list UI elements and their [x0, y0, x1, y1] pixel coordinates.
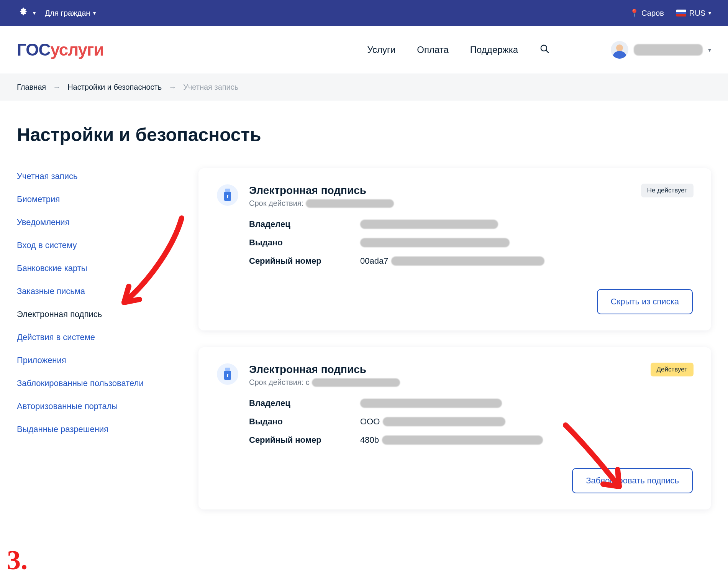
city-label: Саров: [641, 9, 664, 18]
chevron-right-icon: →: [53, 83, 61, 92]
svg-rect-9: [227, 375, 228, 377]
chevron-down-icon: ▾: [708, 46, 711, 54]
signature-card-inactive: Не действует Электронная подпись Срок де…: [198, 168, 711, 330]
gov-bar: ▾ Для граждан ▾ 📍 Саров RUS ▾: [0, 0, 728, 26]
validity-label: Срок действия:: [249, 199, 303, 208]
location-pin-icon: 📍: [630, 8, 639, 18]
coat-of-arms-icon: [17, 7, 30, 20]
site-logo[interactable]: госуслуги: [17, 40, 103, 59]
serial-prefix: 00ada7: [360, 256, 388, 266]
status-badge: Не действует: [641, 184, 694, 197]
audience-label: Для граждан: [45, 9, 90, 18]
crumb-current: Учетная запись: [183, 83, 238, 92]
page-title: Настройки и безопасность: [0, 100, 728, 145]
chevron-down-icon: ▾: [33, 10, 36, 16]
issued-prefix: ООО: [360, 417, 380, 427]
serial-prefix: 480b: [360, 435, 379, 445]
nav-payment[interactable]: Оплата: [417, 44, 449, 55]
card-title: Электронная подпись: [249, 184, 394, 197]
nav-support[interactable]: Поддержка: [470, 44, 518, 55]
breadcrumb: Главная → Настройки и безопасность → Уче…: [0, 74, 728, 100]
serial-label: Серийный номер: [249, 435, 345, 445]
redacted-serial: [391, 256, 544, 266]
sidebar-item-apps[interactable]: Приложения: [17, 355, 178, 365]
status-badge: Действует: [651, 363, 694, 376]
redacted-serial: [382, 435, 543, 445]
sidebar-item-biometrics[interactable]: Биометрия: [17, 194, 178, 204]
audience-selector[interactable]: Для граждан ▾: [45, 9, 96, 18]
usb-token-icon: [217, 184, 238, 206]
lang-label: RUS: [689, 9, 705, 18]
sidebar-item-blocked-users[interactable]: Заблокированные пользователи: [17, 378, 178, 388]
redacted-owner: [360, 220, 498, 229]
crumb-settings[interactable]: Настройки и безопасность: [67, 83, 162, 92]
emblem-menu[interactable]: ▾: [17, 7, 36, 20]
redacted-issuer: [360, 238, 510, 247]
chevron-right-icon: →: [169, 83, 176, 92]
redacted-validity: [306, 199, 394, 208]
site-header: госуслуги Услуги Оплата Поддержка ▾: [0, 26, 728, 74]
issued-label: Выдано: [249, 417, 345, 427]
chevron-down-icon: ▾: [93, 10, 96, 16]
sidebar-item-cards[interactable]: Банковские карты: [17, 263, 178, 273]
chevron-down-icon: ▾: [708, 10, 711, 16]
sidebar-item-notifications[interactable]: Уведомления: [17, 217, 178, 227]
validity-label: Срок действия: с: [249, 378, 310, 387]
issued-label: Выдано: [249, 238, 345, 248]
serial-label: Серийный номер: [249, 256, 345, 266]
settings-sidebar: Учетная запись Биометрия Уведомления Вхо…: [17, 168, 178, 434]
redacted-validity: [312, 378, 400, 387]
sidebar-item-account[interactable]: Учетная запись: [17, 171, 178, 181]
svg-line-1: [546, 50, 549, 53]
nav-services[interactable]: Услуги: [367, 44, 395, 55]
svg-point-0: [541, 45, 547, 51]
signature-card-active: Действует Электронная подпись Срок дейст…: [198, 347, 711, 509]
city-selector[interactable]: 📍 Саров: [630, 8, 664, 18]
language-selector[interactable]: RUS ▾: [676, 9, 711, 18]
svg-rect-6: [225, 368, 230, 371]
search-button[interactable]: [539, 44, 549, 56]
usb-token-icon: [217, 363, 238, 385]
flag-ru-icon: [676, 10, 686, 16]
crumb-home[interactable]: Главная: [17, 83, 46, 92]
redacted-issuer: [383, 417, 505, 426]
sidebar-item-esignature[interactable]: Электронная подпись: [17, 309, 178, 319]
sidebar-item-login[interactable]: Вход в систему: [17, 240, 178, 250]
sidebar-item-permissions[interactable]: Выданные разрешения: [17, 424, 178, 434]
hide-from-list-button[interactable]: Скрыть из списка: [597, 289, 693, 314]
user-menu[interactable]: ▾: [611, 41, 711, 59]
main-content: Не действует Электронная подпись Срок де…: [198, 168, 711, 509]
block-signature-button[interactable]: Заблокировать подпись: [572, 468, 693, 493]
svg-rect-5: [227, 196, 228, 198]
search-icon: [539, 44, 549, 54]
sidebar-item-authorized-portals[interactable]: Авторизованные порталы: [17, 401, 178, 411]
owner-label: Владелец: [249, 219, 345, 229]
sidebar-item-activity[interactable]: Действия в системе: [17, 332, 178, 342]
redacted-owner: [360, 399, 502, 408]
avatar-icon: [611, 41, 628, 59]
svg-rect-2: [225, 189, 230, 192]
owner-label: Владелец: [249, 398, 345, 408]
card-title: Электронная подпись: [249, 363, 400, 376]
sidebar-item-registered-mail[interactable]: Заказные письма: [17, 286, 178, 296]
redacted-username: [634, 44, 703, 56]
